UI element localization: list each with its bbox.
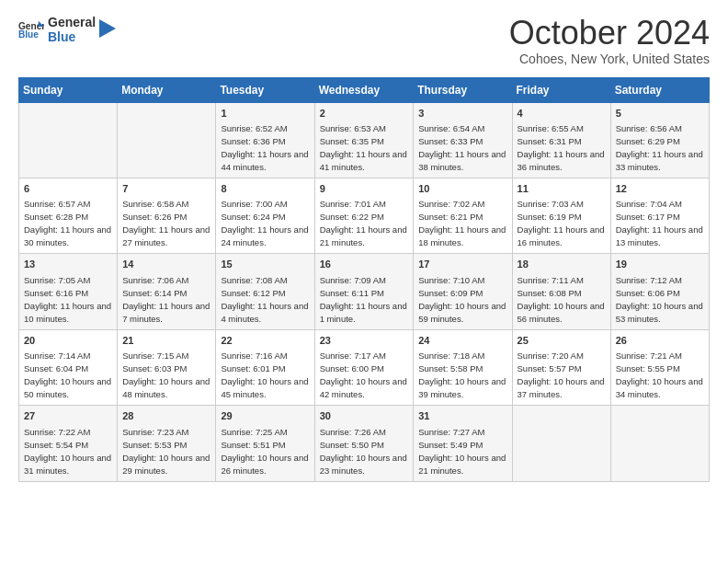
day-number: 9	[320, 182, 409, 196]
calendar-day-12: 12Sunrise: 7:04 AM Sunset: 6:17 PM Dayli…	[610, 178, 709, 253]
day-info: Sunrise: 6:56 AM Sunset: 6:29 PM Dayligh…	[616, 123, 703, 172]
day-number: 24	[418, 334, 506, 348]
day-number: 21	[122, 334, 210, 348]
header-thursday: Thursday	[414, 77, 512, 102]
day-number: 6	[24, 182, 112, 196]
day-number: 16	[320, 258, 409, 271]
calendar-day-22: 22Sunrise: 7:16 AM Sunset: 6:01 PM Dayli…	[216, 329, 314, 405]
day-info: Sunrise: 7:26 AM Sunset: 5:50 PM Dayligh…	[320, 427, 407, 476]
day-number: 1	[221, 107, 309, 121]
header-sunday: Sunday	[19, 77, 118, 102]
day-number: 14	[122, 258, 210, 271]
calendar-day-26: 26Sunrise: 7:21 AM Sunset: 5:55 PM Dayli…	[610, 329, 709, 405]
day-number: 20	[24, 334, 112, 348]
day-number: 31	[418, 409, 506, 423]
day-number: 7	[122, 182, 210, 196]
calendar-header-row: SundayMondayTuesdayWednesdayThursdayFrid…	[19, 77, 710, 102]
calendar-empty	[19, 102, 118, 178]
calendar-day-1: 1Sunrise: 6:52 AM Sunset: 6:36 PM Daylig…	[216, 102, 314, 178]
day-number: 4	[518, 107, 606, 121]
day-info: Sunrise: 7:27 AM Sunset: 5:49 PM Dayligh…	[418, 427, 506, 476]
calendar-day-16: 16Sunrise: 7:09 AM Sunset: 6:11 PM Dayli…	[314, 254, 414, 329]
day-info: Sunrise: 7:11 AM Sunset: 6:08 PM Dayligh…	[518, 275, 605, 324]
calendar-week-row: 13Sunrise: 7:05 AM Sunset: 6:16 PM Dayli…	[19, 254, 710, 329]
day-info: Sunrise: 7:12 AM Sunset: 6:06 PM Dayligh…	[616, 275, 703, 324]
calendar-day-10: 10Sunrise: 7:02 AM Sunset: 6:21 PM Dayli…	[414, 178, 512, 253]
calendar-empty	[118, 102, 216, 178]
calendar-day-31: 31Sunrise: 7:27 AM Sunset: 5:49 PM Dayli…	[414, 406, 512, 481]
calendar-day-20: 20Sunrise: 7:14 AM Sunset: 6:04 PM Dayli…	[19, 329, 118, 405]
day-info: Sunrise: 7:09 AM Sunset: 6:11 PM Dayligh…	[320, 275, 407, 324]
day-info: Sunrise: 6:55 AM Sunset: 6:31 PM Dayligh…	[518, 123, 605, 172]
day-number: 10	[418, 182, 506, 196]
calendar-day-13: 13Sunrise: 7:05 AM Sunset: 6:16 PM Dayli…	[19, 254, 118, 329]
calendar-day-21: 21Sunrise: 7:15 AM Sunset: 6:03 PM Dayli…	[118, 329, 216, 405]
calendar-day-19: 19Sunrise: 7:12 AM Sunset: 6:06 PM Dayli…	[610, 254, 709, 329]
calendar-day-23: 23Sunrise: 7:17 AM Sunset: 6:00 PM Dayli…	[314, 329, 414, 405]
day-number: 19	[616, 258, 704, 271]
svg-text:Blue: Blue	[18, 29, 39, 40]
calendar-day-3: 3Sunrise: 6:54 AM Sunset: 6:33 PM Daylig…	[414, 102, 512, 178]
calendar-day-4: 4Sunrise: 6:55 AM Sunset: 6:31 PM Daylig…	[512, 102, 610, 178]
day-info: Sunrise: 7:08 AM Sunset: 6:12 PM Dayligh…	[221, 275, 308, 324]
day-number: 15	[221, 258, 309, 271]
day-info: Sunrise: 7:22 AM Sunset: 5:54 PM Dayligh…	[24, 427, 111, 476]
calendar-empty	[512, 406, 610, 481]
day-number: 17	[418, 258, 506, 271]
header-friday: Friday	[512, 77, 610, 102]
day-number: 5	[616, 107, 704, 121]
page-header: General Blue General Blue October 2024 C…	[18, 15, 710, 66]
calendar-day-28: 28Sunrise: 7:23 AM Sunset: 5:53 PM Dayli…	[118, 406, 216, 481]
title-block: October 2024 Cohoes, New York, United St…	[509, 15, 710, 66]
day-number: 26	[616, 334, 704, 348]
calendar-day-17: 17Sunrise: 7:10 AM Sunset: 6:09 PM Dayli…	[414, 254, 512, 329]
svg-marker-3	[99, 19, 116, 38]
day-info: Sunrise: 6:58 AM Sunset: 6:26 PM Dayligh…	[122, 199, 210, 247]
header-monday: Monday	[118, 77, 216, 102]
header-tuesday: Tuesday	[216, 77, 314, 102]
day-info: Sunrise: 7:17 AM Sunset: 6:00 PM Dayligh…	[320, 350, 407, 399]
calendar-day-6: 6Sunrise: 6:57 AM Sunset: 6:28 PM Daylig…	[19, 178, 118, 253]
calendar-day-11: 11Sunrise: 7:03 AM Sunset: 6:19 PM Dayli…	[512, 178, 610, 253]
day-number: 22	[221, 334, 309, 348]
day-info: Sunrise: 7:04 AM Sunset: 6:17 PM Dayligh…	[616, 199, 703, 247]
calendar-day-27: 27Sunrise: 7:22 AM Sunset: 5:54 PM Dayli…	[19, 406, 118, 481]
calendar-day-8: 8Sunrise: 7:00 AM Sunset: 6:24 PM Daylig…	[216, 178, 314, 253]
day-info: Sunrise: 7:01 AM Sunset: 6:22 PM Dayligh…	[320, 199, 407, 247]
logo-triangle-icon	[99, 19, 116, 40]
day-info: Sunrise: 7:03 AM Sunset: 6:19 PM Dayligh…	[518, 199, 605, 247]
calendar-empty	[610, 406, 709, 481]
calendar-week-row: 6Sunrise: 6:57 AM Sunset: 6:28 PM Daylig…	[19, 178, 710, 253]
day-info: Sunrise: 7:00 AM Sunset: 6:24 PM Dayligh…	[221, 199, 308, 247]
calendar-day-5: 5Sunrise: 6:56 AM Sunset: 6:29 PM Daylig…	[610, 102, 709, 178]
day-info: Sunrise: 7:10 AM Sunset: 6:09 PM Dayligh…	[418, 275, 506, 324]
day-info: Sunrise: 7:02 AM Sunset: 6:21 PM Dayligh…	[418, 199, 506, 247]
calendar-day-25: 25Sunrise: 7:20 AM Sunset: 5:57 PM Dayli…	[512, 329, 610, 405]
logo-icon: General Blue	[18, 19, 44, 40]
day-info: Sunrise: 7:20 AM Sunset: 5:57 PM Dayligh…	[518, 350, 605, 399]
calendar-day-2: 2Sunrise: 6:53 AM Sunset: 6:35 PM Daylig…	[314, 102, 414, 178]
day-number: 13	[24, 258, 112, 271]
day-number: 30	[320, 409, 409, 423]
day-number: 3	[418, 107, 506, 121]
day-info: Sunrise: 6:57 AM Sunset: 6:28 PM Dayligh…	[24, 199, 111, 247]
day-info: Sunrise: 7:25 AM Sunset: 5:51 PM Dayligh…	[221, 427, 308, 476]
day-number: 27	[24, 409, 112, 423]
day-info: Sunrise: 7:15 AM Sunset: 6:03 PM Dayligh…	[122, 350, 210, 399]
logo-general: General	[48, 15, 96, 29]
logo: General Blue General Blue	[18, 15, 116, 44]
day-number: 2	[320, 107, 409, 121]
calendar-day-14: 14Sunrise: 7:06 AM Sunset: 6:14 PM Dayli…	[118, 254, 216, 329]
day-number: 11	[518, 182, 606, 196]
calendar-day-9: 9Sunrise: 7:01 AM Sunset: 6:22 PM Daylig…	[314, 178, 414, 253]
day-number: 18	[518, 258, 606, 271]
location: Cohoes, New York, United States	[509, 52, 710, 66]
day-info: Sunrise: 7:18 AM Sunset: 5:58 PM Dayligh…	[418, 350, 506, 399]
calendar-day-30: 30Sunrise: 7:26 AM Sunset: 5:50 PM Dayli…	[314, 406, 414, 481]
day-info: Sunrise: 7:05 AM Sunset: 6:16 PM Dayligh…	[24, 275, 111, 324]
calendar-week-row: 20Sunrise: 7:14 AM Sunset: 6:04 PM Dayli…	[19, 329, 710, 405]
calendar-week-row: 1Sunrise: 6:52 AM Sunset: 6:36 PM Daylig…	[19, 102, 710, 178]
calendar-day-15: 15Sunrise: 7:08 AM Sunset: 6:12 PM Dayli…	[216, 254, 314, 329]
day-info: Sunrise: 7:21 AM Sunset: 5:55 PM Dayligh…	[616, 350, 703, 399]
day-info: Sunrise: 7:16 AM Sunset: 6:01 PM Dayligh…	[221, 350, 308, 399]
